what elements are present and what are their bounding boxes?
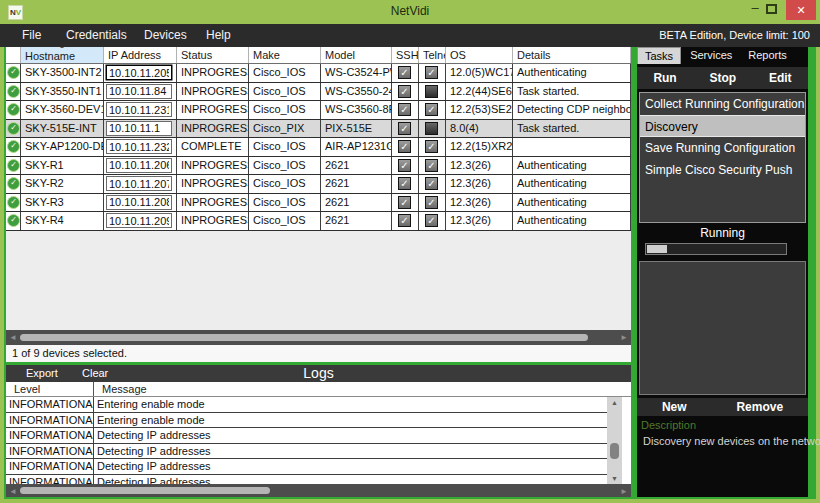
scroll-right-icon[interactable]: ►: [620, 333, 628, 342]
scroll-down-icon[interactable]: ▼: [607, 475, 622, 482]
task-progress-bar: [645, 243, 787, 255]
cell-status: INPROGRESS: [177, 101, 249, 119]
ip-address-input[interactable]: [106, 158, 172, 173]
column-os[interactable]: OS: [446, 47, 513, 63]
table-row[interactable]: ✓ SKY-3500-INT2 INPROGRESS Cisco_IOS WS-…: [6, 64, 631, 83]
telnet-checkbox[interactable]: ✓: [425, 66, 438, 79]
scroll-left-icon[interactable]: ◄: [9, 487, 17, 496]
cell-status: INPROGRESS: [177, 157, 249, 175]
column-details[interactable]: Details: [513, 47, 631, 63]
cell-telnet: ✓: [419, 101, 446, 119]
table-row[interactable]: ✓ SKY-R1 INPROGRESS Cisco_IOS 2621 ✓ ✓ 1…: [6, 157, 631, 176]
ssh-checkbox[interactable]: ✓: [398, 177, 411, 190]
column-hostname[interactable]: ▲Hostname: [21, 47, 104, 63]
ssh-checkbox[interactable]: ✓: [398, 122, 411, 135]
logs-vscrollbar[interactable]: ▲ ▼: [607, 397, 622, 484]
hscroll-thumb[interactable]: [20, 334, 588, 341]
column-message[interactable]: Message: [94, 382, 631, 396]
menu-credentials[interactable]: Credentials: [66, 28, 127, 42]
telnet-checkbox[interactable]: ✓: [425, 196, 438, 209]
edit-button[interactable]: Edit: [769, 71, 792, 85]
task-item[interactable]: Collect Running Configuration: [640, 93, 805, 115]
scroll-right-icon[interactable]: ►: [620, 487, 628, 496]
ssh-checkbox[interactable]: ✓: [398, 159, 411, 172]
tab-services[interactable]: Services: [683, 47, 739, 64]
device-table-hscrollbar[interactable]: ◄ ►: [6, 330, 631, 345]
ssh-checkbox[interactable]: ✓: [398, 140, 411, 153]
ip-address-input[interactable]: [106, 213, 172, 228]
table-row[interactable]: ✓ SKY-R4 INPROGRESS Cisco_IOS 2621 ✓ ✓ 1…: [6, 212, 631, 231]
menu-help[interactable]: Help: [206, 28, 231, 42]
column-telnet[interactable]: Telnet: [419, 47, 446, 63]
column-status[interactable]: Status: [177, 47, 249, 63]
log-row[interactable]: INFORMATIONAL Entering enable mode: [6, 397, 607, 413]
minimize-button[interactable]: –: [744, 0, 766, 20]
menu-devices[interactable]: Devices: [144, 28, 187, 42]
telnet-checkbox[interactable]: ✓: [425, 140, 438, 153]
ssh-checkbox[interactable]: ✓: [398, 196, 411, 209]
description-text: Discovery new devices on the network.: [643, 435, 820, 447]
task-item[interactable]: Simple Cisco Security Push: [640, 159, 805, 181]
scroll-left-icon[interactable]: ◄: [9, 333, 17, 342]
vscroll-thumb[interactable]: [610, 443, 619, 459]
ssh-checkbox[interactable]: ✓: [398, 85, 411, 98]
ip-address-input[interactable]: [106, 139, 172, 154]
column-row-marker[interactable]: [6, 47, 21, 63]
logs-hscrollbar[interactable]: ◄ ►: [6, 484, 631, 497]
remove-button[interactable]: Remove: [736, 400, 783, 414]
ssh-checkbox[interactable]: ✓: [398, 103, 411, 116]
tab-tasks[interactable]: Tasks: [637, 47, 681, 64]
menu-file[interactable]: File: [22, 28, 41, 42]
cell-status: INPROGRESS: [177, 175, 249, 193]
ssh-checkbox[interactable]: ✓: [398, 66, 411, 79]
telnet-checkbox[interactable]: ✓: [425, 177, 438, 190]
log-row[interactable]: INFORMATIONAL Entering enable mode: [6, 413, 607, 429]
task-detail-list: [639, 261, 806, 395]
ip-address-input[interactable]: [106, 84, 172, 99]
table-empty-area: [6, 231, 631, 331]
telnet-checkbox[interactable]: ✓: [425, 159, 438, 172]
ip-address-input[interactable]: [106, 102, 172, 117]
menu-bar: File Credentials Devices Help BETA Editi…: [0, 24, 820, 47]
log-row[interactable]: INFORMATIONAL Detecting IP addresses: [6, 428, 607, 444]
table-row[interactable]: ✓ SKY-3560-DEV1 INPROGRESS Cisco_IOS WS-…: [6, 101, 631, 120]
ip-address-input[interactable]: [106, 176, 172, 191]
column-level[interactable]: Level: [6, 382, 94, 396]
table-row[interactable]: ✓ SKY-R3 INPROGRESS Cisco_IOS 2621 ✓ ✓ 1…: [6, 194, 631, 213]
telnet-checkbox[interactable]: ✓: [425, 214, 438, 227]
tab-reports[interactable]: Reports: [741, 47, 794, 64]
table-row[interactable]: ✓ SKY-3550-INT1 INPROGRESS Cisco_IOS WS-…: [6, 83, 631, 102]
run-button[interactable]: Run: [653, 71, 676, 85]
task-item[interactable]: Save Running Configuration: [640, 137, 805, 159]
column-make[interactable]: Make: [249, 47, 321, 63]
hscroll-thumb[interactable]: [20, 487, 270, 494]
ip-address-input[interactable]: [106, 121, 172, 136]
panel-tabs: Tasks Services Reports: [637, 47, 796, 64]
scroll-up-icon[interactable]: ▲: [607, 399, 622, 406]
cell-status: INPROGRESS: [177, 194, 249, 212]
new-button[interactable]: New: [662, 400, 687, 414]
maximize-button[interactable]: [766, 4, 777, 14]
cell-telnet: ✓: [419, 64, 446, 82]
table-row-selected[interactable]: ✓ SKY-515E-INT INPROGRESS Cisco_PIX PIX-…: [6, 120, 631, 139]
table-row[interactable]: ✓ SKY-R2 INPROGRESS Cisco_IOS 2621 ✓ ✓ 1…: [6, 175, 631, 194]
task-item-selected[interactable]: Discovery: [640, 115, 805, 137]
cell-status: INPROGRESS: [177, 64, 249, 82]
tasks-panel: Tasks Services Reports Run Stop Edit Col…: [637, 47, 808, 497]
ip-address-input[interactable]: [106, 195, 172, 210]
table-row[interactable]: ✓ SKY-AP1200-DEV1 COMPLETE Cisco_IOS AIR…: [6, 138, 631, 157]
close-button[interactable]: ✕: [786, 0, 816, 20]
log-row[interactable]: INFORMATIONAL Detecting IP addresses: [6, 475, 607, 485]
column-model[interactable]: Model: [321, 47, 392, 63]
cell-hostname: SKY-3500-INT2: [21, 64, 104, 82]
log-row[interactable]: INFORMATIONAL Detecting IP addresses: [6, 459, 607, 475]
ssh-checkbox[interactable]: ✓: [398, 214, 411, 227]
stop-button[interactable]: Stop: [709, 71, 736, 85]
log-row[interactable]: INFORMATIONAL Detecting IP addresses: [6, 444, 607, 460]
ip-address-input[interactable]: [106, 65, 172, 80]
telnet-checkbox[interactable]: ✓: [425, 122, 438, 135]
telnet-checkbox[interactable]: ✓: [425, 85, 438, 98]
telnet-checkbox[interactable]: ✓: [425, 103, 438, 116]
column-ssh[interactable]: SSH: [392, 47, 419, 63]
column-ip-address[interactable]: IP Address: [104, 47, 177, 63]
